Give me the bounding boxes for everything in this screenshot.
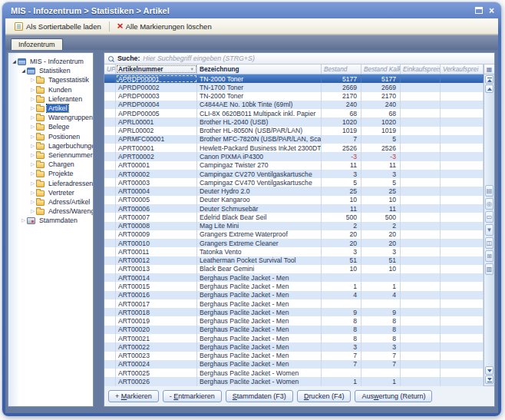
- tree-expand-icon[interactable]: ▷: [29, 170, 36, 177]
- close-icon[interactable]: ×: [489, 7, 494, 15]
- table-row[interactable]: ART00002Campingaz CV270 Ventilgaskartusc…: [104, 170, 484, 178]
- table-row[interactable]: ART00023Berghaus Paclite Jacket - Men77: [104, 352, 484, 360]
- tree-item-adress-artikel[interactable]: ▷Adress/Artikel: [8, 197, 93, 207]
- table-row[interactable]: ART00007Edelrid Black Bear Seil500500: [104, 213, 484, 221]
- tree-expand-icon[interactable]: ▷: [29, 114, 36, 121]
- table-row[interactable]: ART00006Deuter Schmusebär1111: [104, 204, 484, 213]
- load-sort-table-button[interactable]: Als Sortiertabelle laden: [10, 21, 106, 32]
- details-icon[interactable]: ▤: [485, 185, 493, 197]
- tree-expand-icon[interactable]: ▷: [29, 77, 36, 83]
- scroll-to-bottom-button[interactable]: [485, 375, 493, 384]
- column-header-verkaufspreis[interactable]: Verkaufsprei: [441, 64, 484, 74]
- restore-icon[interactable]: [475, 7, 483, 14]
- entmarkieren-button[interactable]: - Entmarkieren: [163, 390, 222, 402]
- table-row[interactable]: ART00026Berghaus Paclite Jacket - Women1…: [104, 377, 484, 385]
- tree-item-positionen[interactable]: ▷Positionen: [8, 132, 93, 141]
- column-header-bestand[interactable]: Bestand: [322, 64, 361, 74]
- tree-item-vertreter[interactable]: ▷Vertreter: [8, 188, 93, 197]
- table-row[interactable]: ART00009Grangers Extreme Waterproof2020: [104, 230, 484, 239]
- edit-icon[interactable]: ▭: [485, 211, 493, 223]
- tree-expand-icon[interactable]: ▷: [29, 124, 36, 130]
- tree-expand-icon[interactable]: ▷: [29, 152, 36, 158]
- tree-expand-icon[interactable]: ▷: [29, 190, 36, 196]
- scroll-down-button[interactable]: [485, 366, 493, 375]
- table-row[interactable]: APRDP00005CLI-8X 0620B011 Multipack inkl…: [104, 109, 484, 117]
- vertical-scrollbar[interactable]: ▤◎▭▼◫⊞▥: [484, 74, 494, 385]
- tree-expand-icon[interactable]: ▷: [29, 161, 36, 167]
- tree-item-kunden[interactable]: ▷Kunden: [8, 85, 93, 94]
- table-row[interactable]: APRT00002Canon PIXMA iP4300-3-3: [104, 152, 484, 160]
- tree-expand-icon[interactable]: ▷: [29, 208, 36, 214]
- tree-expand-icon[interactable]: ▷: [29, 134, 36, 140]
- scroll-up-button[interactable]: [485, 84, 493, 93]
- tree-item-lieferadressen[interactable]: ▷Lieferadressen: [8, 178, 93, 187]
- markieren-button[interactable]: + Markieren: [108, 390, 159, 402]
- table-row[interactable]: APRT00001Hewlett-Packard Business InkJet…: [104, 144, 484, 152]
- column-header-artikelnummer[interactable]: Artikelnummer▼: [116, 64, 197, 74]
- table-row[interactable]: ART00025Berghaus Paclite Jacket - Women: [104, 369, 484, 377]
- tree-expand-icon[interactable]: ▷: [29, 199, 36, 205]
- tree-expand-icon[interactable]: ▷: [29, 87, 36, 93]
- tree-expand-icon[interactable]: ▷: [29, 143, 36, 149]
- tree-collapse-icon[interactable]: ◢: [20, 68, 27, 74]
- tree-item-projekte[interactable]: ▷Projekte: [8, 169, 93, 178]
- tree-item-statistiken[interactable]: ◢Statistiken: [8, 66, 93, 75]
- table-row[interactable]: APRDP00004C4844AE No. 10bk Tinte (69ml)2…: [104, 101, 484, 109]
- table-row[interactable]: ART00014Berghaus Paclite Jacket - Men: [104, 273, 484, 282]
- table-row[interactable]: ART00019Berghaus Paclite Jacket - Men88: [104, 316, 484, 325]
- tree-item-lagerbuchungen[interactable]: ▷Lagerbuchungen: [8, 141, 93, 150]
- table-row[interactable]: ART00021Berghaus Paclite Jacket - Men88: [104, 334, 484, 342]
- table-row[interactable]: ART00016Berghaus Paclite Jacket - Men44: [104, 291, 484, 299]
- table-row[interactable]: APRDP00002TN-1700 Toner26692669: [104, 83, 484, 91]
- tree-item-seriennummern[interactable]: ▷Seriennummern: [8, 150, 93, 160]
- table-row[interactable]: ART00008Mag Lite Mini22: [104, 222, 484, 230]
- table-row[interactable]: ART00011Tatonka Vento33: [104, 247, 484, 256]
- table-row[interactable]: ART00010Grangers Extreme Cleaner2020: [104, 239, 484, 247]
- print-icon[interactable]: ▥: [485, 263, 493, 275]
- tree-item-adress-warengruppen[interactable]: ▷Adress/Warengruppen: [8, 207, 93, 216]
- tree-item-chargen[interactable]: ▷Chargen: [8, 160, 93, 169]
- tree-item-stammdaten[interactable]: ▷Stammdaten: [8, 216, 93, 225]
- table-row[interactable]: ART00017Berghaus Paclite Jacket - Men: [104, 299, 484, 308]
- column-chooser-button[interactable]: ▦: [484, 64, 494, 74]
- tree-item-lieferanten[interactable]: ▷Lieferanten: [8, 94, 93, 104]
- drucken-button[interactable]: Drucken (F4): [297, 390, 352, 402]
- tree-collapse-icon[interactable]: ◢: [11, 58, 18, 64]
- tree-item-belege[interactable]: ▷Belege: [8, 122, 93, 131]
- column-header-bestand_kalk[interactable]: Bestand Kalk..: [361, 64, 401, 74]
- table-row[interactable]: ART00012Leatherman Pocket Survival Tool5…: [104, 256, 484, 265]
- clear-marks-button[interactable]: × Alle Markierungen löschen: [113, 21, 216, 32]
- table-row[interactable]: APRDP00001TN-2000 Toner51775177: [104, 74, 484, 83]
- scroll-to-top-button[interactable]: [485, 75, 493, 84]
- table-row[interactable]: ART00024Berghaus Paclite Jacket - Men77: [104, 360, 484, 369]
- table-row[interactable]: APRMFC00001Brother MFC-7820N (USB/PAR/LA…: [104, 135, 484, 144]
- table-row[interactable]: APRL00001Brother HL-2040 (USB)10201020: [104, 117, 484, 126]
- table-row[interactable]: ART00001Campingaz Twister 2701111: [104, 161, 484, 170]
- tree-item-warengruppen[interactable]: ▷Warengruppen: [8, 113, 93, 122]
- tree-expand-icon[interactable]: ▷: [29, 105, 36, 111]
- column-header-einkaufspreis[interactable]: Einkaufspreis: [401, 64, 441, 74]
- tree-item-mis-infozentrum[interactable]: ◢MIS - Infozentrum: [8, 57, 93, 66]
- auswertung-button[interactable]: Auswertung (Return): [355, 390, 432, 402]
- filter-icon[interactable]: ▼: [485, 224, 493, 236]
- tree-item-tagesstatistik[interactable]: ▷Tagesstatistik: [8, 75, 93, 84]
- table-row[interactable]: ART00018Berghaus Paclite Jacket - Men99: [104, 308, 484, 316]
- table-row[interactable]: ART00005Deuter Kangaroo1010: [104, 196, 484, 204]
- table-row[interactable]: ART00015Berghaus Paclite Jacket - Men11: [104, 282, 484, 290]
- tab-infozentrum[interactable]: Infozentrum: [11, 38, 63, 50]
- table-row[interactable]: ART00022Berghaus Paclite Jacket - Men33: [104, 342, 484, 351]
- table-row[interactable]: ART00013Black Bear Gemini1010: [104, 265, 484, 273]
- table-row[interactable]: APRL00002Brother HL-8050N (USB/PAR/LAN)1…: [104, 127, 484, 135]
- export-icon[interactable]: ⊞: [485, 250, 493, 262]
- table-row[interactable]: ART00003Campingaz CV470 Ventilgaskartusc…: [104, 178, 484, 187]
- search-input[interactable]: [143, 55, 491, 62]
- tree-item-artikel[interactable]: ▷Artikel: [8, 104, 93, 113]
- table-row[interactable]: APRDP00003TN-2000 Toner21702170: [104, 92, 484, 101]
- tree-expand-icon[interactable]: ▷: [29, 180, 36, 187]
- table-row[interactable]: ART00020Berghaus Paclite Jacket - Men88: [104, 326, 484, 334]
- tree-expand-icon[interactable]: ▷: [20, 217, 27, 223]
- search-icon[interactable]: ◎: [485, 198, 493, 210]
- table-row[interactable]: ART00004Deuter Hydro 2.02525: [104, 187, 484, 195]
- column-header-bezeichnung[interactable]: Bezeichnung: [197, 64, 322, 74]
- columns-icon[interactable]: ◫: [485, 237, 493, 249]
